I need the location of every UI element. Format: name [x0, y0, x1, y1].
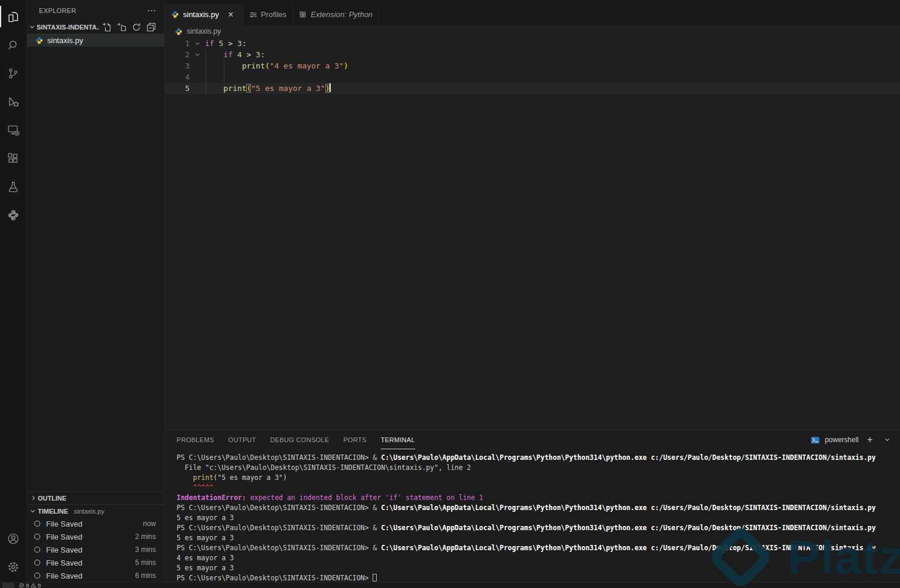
activity-item-accounts[interactable] [0, 524, 27, 553]
code-token: 4 [237, 50, 242, 59]
collapse-all-button[interactable] [146, 22, 156, 32]
save-event-icon [33, 533, 41, 541]
shell-label[interactable]: powershell [825, 436, 859, 444]
code-line-3: 3 print("4 es mayor a 3") [165, 60, 900, 71]
chevron-down-icon [30, 24, 34, 28]
problems-status[interactable]: 0 0 [19, 583, 41, 588]
timeline-file: sintaxis.py [74, 508, 104, 515]
activity-item-extensions[interactable] [0, 144, 27, 172]
code-token: print [242, 61, 265, 70]
activity-item-search[interactable] [0, 31, 27, 59]
terminal-text: c:/Users/Paulo/Desktop/SINTAXIS-INDENTAC… [647, 504, 876, 512]
panel-tab-ports[interactable]: PORTS [343, 430, 366, 449]
editor-tab-profiles[interactable]: Profiles [243, 4, 293, 25]
activity-item-manage[interactable] [0, 553, 27, 581]
timeline-item[interactable]: File Savednow [27, 517, 164, 530]
timeline-section-header[interactable]: TIMELINE sintaxis.py [27, 504, 164, 517]
extensions-icon [6, 152, 20, 165]
new-file-button[interactable] [102, 22, 112, 32]
code-text[interactable]: print("5 es mayor a 3") [205, 83, 331, 94]
code-lines: 1if 5 > 3:2 if 4 > 3:3 print("4 es mayor… [165, 38, 900, 94]
terminal-text: 4 es mayor a 3 [177, 554, 234, 562]
fold-indicator [190, 71, 205, 83]
timeline-item-time: now [143, 520, 156, 528]
timeline-title: TIMELINE [38, 508, 68, 515]
tab-label: sintaxis.py [183, 10, 219, 19]
code-line-4: 4 [165, 71, 900, 83]
terminal-line: PS C:\Users\Paulo\Desktop\SINTAXIS-INDEN… [177, 543, 900, 553]
line-number: 5 [165, 83, 190, 94]
activity-item-python[interactable] [0, 201, 27, 229]
save-event-icon [33, 571, 41, 580]
folder-section-header[interactable]: SINTAXIS-INDENTA... [27, 21, 164, 34]
terminal-text: C:\Users\Paulo\AppData\Local\Programs\Py… [381, 524, 647, 532]
code-token [205, 84, 223, 93]
code-token: ) [325, 84, 330, 93]
activity-bar-top [0, 2, 27, 229]
outline-title: OUTLINE [38, 495, 66, 502]
code-token [233, 50, 237, 59]
terminal-text: PS C:\Users\Paulo\Desktop\SINTAXIS-INDEN… [177, 524, 373, 532]
terminal-text: & [373, 524, 381, 532]
outline-section-header[interactable]: OUTLINE [27, 491, 164, 504]
terminal-line: 4 es mayor a 3 [177, 553, 900, 563]
activity-item-explorer[interactable] [0, 2, 27, 31]
activity-item-testing[interactable] [0, 172, 27, 201]
refresh-button[interactable] [132, 22, 141, 32]
terminal-output[interactable]: PS C:\Users\Paulo\Desktop\SINTAXIS-INDEN… [165, 449, 900, 582]
new-terminal-button[interactable]: + [864, 434, 876, 446]
sidebar-header: EXPLORER ⋯ [27, 0, 164, 21]
remote-indicator[interactable] [2, 583, 14, 588]
more-actions-button[interactable]: ⋯ [147, 5, 156, 16]
warnings-icon [31, 583, 36, 588]
code-token: if [205, 39, 214, 48]
panel-tab-problems[interactable]: PROBLEMS [177, 430, 214, 449]
search-icon [6, 38, 20, 52]
folder-actions [102, 22, 156, 32]
panel-tab-output[interactable]: OUTPUT [229, 430, 256, 449]
timeline-item[interactable]: File Saved6 mins [27, 569, 164, 582]
editor-tab-extension-python[interactable]: Extension: Python [293, 4, 379, 25]
fold-indicator[interactable] [190, 49, 205, 60]
code-token: if [223, 50, 233, 59]
panel-tab-debug-console[interactable]: DEBUG CONSOLE [270, 430, 330, 449]
source-control-icon [6, 67, 20, 80]
file-item-sintaxis-py[interactable]: sintaxis.py [27, 34, 164, 47]
fold-indicator[interactable] [190, 38, 205, 49]
run-and-debug-icon [6, 95, 20, 109]
tab-close-button[interactable]: × [225, 9, 237, 21]
code-token: : [242, 39, 247, 48]
code-text[interactable]: if 4 > 3: [205, 49, 265, 60]
terminal-dropdown-button[interactable] [881, 434, 893, 446]
collapse-all-icon [146, 22, 156, 32]
editor-tab-sintaxis-py[interactable]: sintaxis.py× [165, 4, 243, 25]
terminal-text: c:/Users/Paulo/Desktop/SINTAXIS-INDENTAC… [647, 524, 876, 532]
line-number: 3 [165, 60, 190, 71]
activity-item-source-control[interactable] [0, 59, 27, 87]
activity-item-remote-explorer[interactable] [0, 116, 27, 144]
timeline-item[interactable]: File Saved3 mins [27, 543, 164, 556]
panel-tab-terminal[interactable]: TERMINAL [381, 430, 415, 449]
terminal-line: File "c:\Users\Paulo\Desktop\SINTAXIS-IN… [177, 463, 900, 473]
timeline-item-label: File Saved [46, 533, 131, 541]
activity-item-run-and-debug[interactable] [0, 87, 27, 116]
code-text[interactable]: print("4 es mayor a 3") [205, 60, 348, 71]
timeline-item[interactable]: File Saved5 mins [27, 556, 164, 569]
breadcrumb[interactable]: sintaxis.py [165, 25, 900, 38]
terminal-line: PS C:\Users\Paulo\Desktop\SINTAXIS-INDEN… [177, 453, 900, 463]
timeline-item-label: File Saved [46, 571, 131, 580]
new-folder-button[interactable] [117, 22, 126, 32]
terminal-text [177, 473, 193, 482]
timeline-item[interactable]: File Saved2 mins [27, 530, 164, 543]
timeline-item-time: 3 mins [135, 545, 156, 554]
breadcrumb-file: sintaxis.py [187, 27, 221, 35]
timeline-list: File SavednowFile Saved2 minsFile Saved3… [27, 517, 164, 582]
terminal-text: File [177, 463, 205, 472]
terminal-text: 5 es mayor a 3 [177, 534, 234, 542]
terminal-text: & [373, 544, 381, 552]
terminal-cursor [373, 574, 377, 582]
code-text[interactable]: if 5 > 3: [205, 38, 246, 49]
file-tree: sintaxis.py [27, 34, 164, 47]
code-editor[interactable]: 1if 5 > 3:2 if 4 > 3:3 print("4 es mayor… [165, 38, 900, 430]
terminal-text: C:\Users\Paulo\AppData\Local\Programs\Py… [381, 504, 647, 512]
